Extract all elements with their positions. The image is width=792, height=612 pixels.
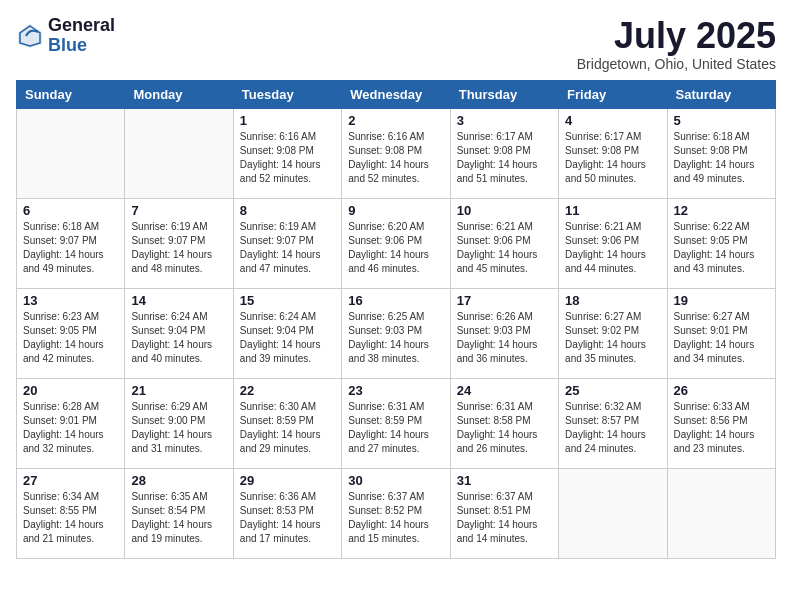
day-info: Sunrise: 6:30 AMSunset: 8:59 PMDaylight:… xyxy=(240,400,335,456)
day-info: Sunrise: 6:18 AMSunset: 9:08 PMDaylight:… xyxy=(674,130,769,186)
week-row-2: 6Sunrise: 6:18 AMSunset: 9:07 PMDaylight… xyxy=(17,198,776,288)
day-number: 6 xyxy=(23,203,118,218)
col-sunday: Sunday xyxy=(17,80,125,108)
day-info: Sunrise: 6:21 AMSunset: 9:06 PMDaylight:… xyxy=(457,220,552,276)
week-row-4: 20Sunrise: 6:28 AMSunset: 9:01 PMDayligh… xyxy=(17,378,776,468)
day-number: 17 xyxy=(457,293,552,308)
day-info: Sunrise: 6:36 AMSunset: 8:53 PMDaylight:… xyxy=(240,490,335,546)
day-info: Sunrise: 6:31 AMSunset: 8:58 PMDaylight:… xyxy=(457,400,552,456)
day-number: 3 xyxy=(457,113,552,128)
day-number: 9 xyxy=(348,203,443,218)
col-thursday: Thursday xyxy=(450,80,558,108)
day-info: Sunrise: 6:16 AMSunset: 9:08 PMDaylight:… xyxy=(348,130,443,186)
day-cell-0-6: 5Sunrise: 6:18 AMSunset: 9:08 PMDaylight… xyxy=(667,108,775,198)
svg-marker-0 xyxy=(18,24,42,48)
day-info: Sunrise: 6:27 AMSunset: 9:01 PMDaylight:… xyxy=(674,310,769,366)
day-number: 25 xyxy=(565,383,660,398)
day-cell-3-3: 23Sunrise: 6:31 AMSunset: 8:59 PMDayligh… xyxy=(342,378,450,468)
col-monday: Monday xyxy=(125,80,233,108)
day-info: Sunrise: 6:17 AMSunset: 9:08 PMDaylight:… xyxy=(457,130,552,186)
day-number: 1 xyxy=(240,113,335,128)
day-cell-4-0: 27Sunrise: 6:34 AMSunset: 8:55 PMDayligh… xyxy=(17,468,125,558)
col-saturday: Saturday xyxy=(667,80,775,108)
day-info: Sunrise: 6:24 AMSunset: 9:04 PMDaylight:… xyxy=(131,310,226,366)
day-number: 15 xyxy=(240,293,335,308)
day-cell-4-5 xyxy=(559,468,667,558)
col-friday: Friday xyxy=(559,80,667,108)
day-cell-0-4: 3Sunrise: 6:17 AMSunset: 9:08 PMDaylight… xyxy=(450,108,558,198)
day-number: 22 xyxy=(240,383,335,398)
day-number: 26 xyxy=(674,383,769,398)
col-tuesday: Tuesday xyxy=(233,80,341,108)
day-cell-1-0: 6Sunrise: 6:18 AMSunset: 9:07 PMDaylight… xyxy=(17,198,125,288)
day-cell-2-4: 17Sunrise: 6:26 AMSunset: 9:03 PMDayligh… xyxy=(450,288,558,378)
day-cell-3-6: 26Sunrise: 6:33 AMSunset: 8:56 PMDayligh… xyxy=(667,378,775,468)
day-info: Sunrise: 6:32 AMSunset: 8:57 PMDaylight:… xyxy=(565,400,660,456)
day-cell-0-3: 2Sunrise: 6:16 AMSunset: 9:08 PMDaylight… xyxy=(342,108,450,198)
logo-text: General Blue xyxy=(48,16,115,56)
day-number: 13 xyxy=(23,293,118,308)
calendar-table: Sunday Monday Tuesday Wednesday Thursday… xyxy=(16,80,776,559)
day-info: Sunrise: 6:16 AMSunset: 9:08 PMDaylight:… xyxy=(240,130,335,186)
week-row-5: 27Sunrise: 6:34 AMSunset: 8:55 PMDayligh… xyxy=(17,468,776,558)
day-info: Sunrise: 6:34 AMSunset: 8:55 PMDaylight:… xyxy=(23,490,118,546)
day-info: Sunrise: 6:22 AMSunset: 9:05 PMDaylight:… xyxy=(674,220,769,276)
day-number: 16 xyxy=(348,293,443,308)
day-cell-1-3: 9Sunrise: 6:20 AMSunset: 9:06 PMDaylight… xyxy=(342,198,450,288)
day-number: 23 xyxy=(348,383,443,398)
day-cell-3-2: 22Sunrise: 6:30 AMSunset: 8:59 PMDayligh… xyxy=(233,378,341,468)
day-cell-4-2: 29Sunrise: 6:36 AMSunset: 8:53 PMDayligh… xyxy=(233,468,341,558)
day-cell-4-3: 30Sunrise: 6:37 AMSunset: 8:52 PMDayligh… xyxy=(342,468,450,558)
day-number: 5 xyxy=(674,113,769,128)
day-cell-2-2: 15Sunrise: 6:24 AMSunset: 9:04 PMDayligh… xyxy=(233,288,341,378)
day-cell-4-1: 28Sunrise: 6:35 AMSunset: 8:54 PMDayligh… xyxy=(125,468,233,558)
day-cell-3-5: 25Sunrise: 6:32 AMSunset: 8:57 PMDayligh… xyxy=(559,378,667,468)
day-number: 8 xyxy=(240,203,335,218)
day-cell-0-5: 4Sunrise: 6:17 AMSunset: 9:08 PMDaylight… xyxy=(559,108,667,198)
day-number: 20 xyxy=(23,383,118,398)
day-info: Sunrise: 6:23 AMSunset: 9:05 PMDaylight:… xyxy=(23,310,118,366)
month-title: July 2025 xyxy=(577,16,776,56)
day-info: Sunrise: 6:33 AMSunset: 8:56 PMDaylight:… xyxy=(674,400,769,456)
day-cell-3-1: 21Sunrise: 6:29 AMSunset: 9:00 PMDayligh… xyxy=(125,378,233,468)
day-info: Sunrise: 6:19 AMSunset: 9:07 PMDaylight:… xyxy=(240,220,335,276)
page-header: General Blue July 2025 Bridgetown, Ohio,… xyxy=(16,16,776,72)
day-number: 28 xyxy=(131,473,226,488)
day-cell-1-5: 11Sunrise: 6:21 AMSunset: 9:06 PMDayligh… xyxy=(559,198,667,288)
day-info: Sunrise: 6:29 AMSunset: 9:00 PMDaylight:… xyxy=(131,400,226,456)
location-text: Bridgetown, Ohio, United States xyxy=(577,56,776,72)
calendar-header-row: Sunday Monday Tuesday Wednesday Thursday… xyxy=(17,80,776,108)
day-cell-3-0: 20Sunrise: 6:28 AMSunset: 9:01 PMDayligh… xyxy=(17,378,125,468)
day-number: 11 xyxy=(565,203,660,218)
day-number: 19 xyxy=(674,293,769,308)
day-info: Sunrise: 6:20 AMSunset: 9:06 PMDaylight:… xyxy=(348,220,443,276)
day-info: Sunrise: 6:21 AMSunset: 9:06 PMDaylight:… xyxy=(565,220,660,276)
day-cell-2-5: 18Sunrise: 6:27 AMSunset: 9:02 PMDayligh… xyxy=(559,288,667,378)
day-number: 10 xyxy=(457,203,552,218)
day-cell-4-6 xyxy=(667,468,775,558)
day-cell-0-0 xyxy=(17,108,125,198)
day-info: Sunrise: 6:24 AMSunset: 9:04 PMDaylight:… xyxy=(240,310,335,366)
day-number: 7 xyxy=(131,203,226,218)
title-section: July 2025 Bridgetown, Ohio, United State… xyxy=(577,16,776,72)
day-number: 12 xyxy=(674,203,769,218)
day-info: Sunrise: 6:35 AMSunset: 8:54 PMDaylight:… xyxy=(131,490,226,546)
day-info: Sunrise: 6:18 AMSunset: 9:07 PMDaylight:… xyxy=(23,220,118,276)
week-row-3: 13Sunrise: 6:23 AMSunset: 9:05 PMDayligh… xyxy=(17,288,776,378)
logo-blue-text: Blue xyxy=(48,36,115,56)
day-info: Sunrise: 6:17 AMSunset: 9:08 PMDaylight:… xyxy=(565,130,660,186)
day-cell-2-1: 14Sunrise: 6:24 AMSunset: 9:04 PMDayligh… xyxy=(125,288,233,378)
day-info: Sunrise: 6:19 AMSunset: 9:07 PMDaylight:… xyxy=(131,220,226,276)
day-cell-2-3: 16Sunrise: 6:25 AMSunset: 9:03 PMDayligh… xyxy=(342,288,450,378)
day-number: 27 xyxy=(23,473,118,488)
week-row-1: 1Sunrise: 6:16 AMSunset: 9:08 PMDaylight… xyxy=(17,108,776,198)
day-cell-1-1: 7Sunrise: 6:19 AMSunset: 9:07 PMDaylight… xyxy=(125,198,233,288)
day-info: Sunrise: 6:25 AMSunset: 9:03 PMDaylight:… xyxy=(348,310,443,366)
day-cell-2-0: 13Sunrise: 6:23 AMSunset: 9:05 PMDayligh… xyxy=(17,288,125,378)
logo-icon xyxy=(16,22,44,50)
day-number: 2 xyxy=(348,113,443,128)
day-info: Sunrise: 6:28 AMSunset: 9:01 PMDaylight:… xyxy=(23,400,118,456)
day-number: 24 xyxy=(457,383,552,398)
day-cell-1-2: 8Sunrise: 6:19 AMSunset: 9:07 PMDaylight… xyxy=(233,198,341,288)
day-cell-3-4: 24Sunrise: 6:31 AMSunset: 8:58 PMDayligh… xyxy=(450,378,558,468)
